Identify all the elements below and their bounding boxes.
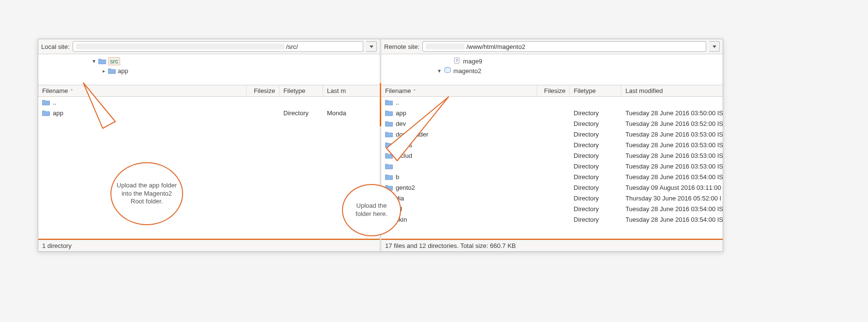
cell-filename: b bbox=[381, 173, 537, 181]
cell-filename: downloader bbox=[381, 131, 537, 138]
tree-item[interactable]: ▸app bbox=[38, 66, 380, 76]
remote-path-text: /www/html/magento2 bbox=[466, 43, 525, 50]
cell-lastmod: Tuesday 28 June 2016 03:53:00 IS bbox=[621, 131, 723, 138]
sort-ascending-icon: ⌃ bbox=[413, 89, 417, 93]
folder-icon bbox=[385, 131, 393, 138]
tree-item-label: mage9 bbox=[463, 58, 482, 65]
chevron-down-icon bbox=[370, 46, 373, 48]
cell-filename: app bbox=[381, 109, 537, 117]
folder-icon bbox=[42, 99, 50, 106]
table-row[interactable]: bDirectoryTuesday 28 June 2016 03:54:00 … bbox=[381, 171, 723, 182]
cell-filename: .. bbox=[38, 99, 247, 106]
local-path-input[interactable]: /src/ bbox=[73, 41, 363, 52]
ftp-window: Local site: /src/ ▼src▸app Filename ⌃ Fi… bbox=[38, 39, 723, 252]
blurred-path-segment bbox=[76, 44, 284, 49]
cell-lastmod: Tuesday 28 June 2016 03:53:00 IS bbox=[621, 152, 723, 159]
cell-lastmod: Tuesday 09 August 2016 03:11:00 bbox=[621, 184, 723, 191]
cell-filetype: Directory bbox=[570, 152, 621, 159]
cell-lastmod: Tuesday 28 June 2016 03:54:00 IS bbox=[621, 173, 723, 181]
table-row[interactable]: ellDirectoryTuesday 28 June 2016 03:54:0… bbox=[381, 203, 723, 214]
cell-filetype: Directory bbox=[570, 120, 621, 127]
folder-icon bbox=[385, 216, 393, 223]
col-filesize[interactable]: Filesize bbox=[247, 85, 279, 96]
tree-twisty-icon[interactable]: ▼ bbox=[437, 68, 442, 74]
remote-site-bar: Remote site: /www/html/magento2 bbox=[381, 39, 723, 54]
local-site-bar: Local site: /src/ bbox=[38, 39, 380, 54]
table-row[interactable]: skinDirectoryTuesday 28 June 2016 03:54:… bbox=[381, 214, 723, 225]
cell-filetype: Directory bbox=[570, 131, 621, 138]
cell-filename: dev bbox=[381, 120, 537, 127]
local-path-dropdown[interactable] bbox=[366, 41, 377, 52]
remote-file-list[interactable]: ..appDirectoryTuesday 28 June 2016 03:50… bbox=[381, 97, 723, 240]
table-row[interactable]: includDirectoryTuesday 28 June 2016 03:5… bbox=[381, 150, 723, 161]
table-row[interactable]: appDirectoryTuesday 28 June 2016 03:50:0… bbox=[381, 107, 723, 118]
cell-filename: .. bbox=[381, 99, 537, 106]
cell-filename: ell bbox=[381, 205, 537, 213]
unknown-icon bbox=[453, 57, 461, 65]
folder-icon bbox=[385, 152, 393, 159]
tree-twisty-icon[interactable]: ▼ bbox=[92, 59, 96, 64]
local-site-label: Local site: bbox=[41, 43, 70, 50]
cell-lastmod: Tuesday 28 June 2016 03:52:00 IS bbox=[621, 120, 723, 127]
folder-icon bbox=[385, 163, 393, 169]
blurred-path-segment bbox=[426, 44, 465, 49]
folder-icon bbox=[385, 120, 393, 127]
folder-icon bbox=[385, 99, 393, 106]
col-filename[interactable]: Filename ⌃ bbox=[38, 85, 247, 96]
cell-lastmod: Tuesday 28 June 2016 03:54:00 IS bbox=[621, 205, 723, 213]
folder-icon bbox=[385, 109, 393, 116]
tree-item[interactable]: ▸mage9 bbox=[381, 56, 723, 66]
cell-filetype: Directory bbox=[570, 141, 621, 149]
remote-directory-tree[interactable]: ▸mage9▼magento2 bbox=[381, 54, 723, 85]
table-row[interactable]: .. bbox=[38, 97, 380, 107]
local-status-bar: 1 directory bbox=[38, 240, 380, 251]
folder-icon bbox=[385, 173, 393, 180]
remote-pane: Remote site: /www/html/magento2 ▸mage9▼m… bbox=[381, 39, 723, 251]
folder-icon bbox=[98, 58, 106, 64]
selection-highlight-bar bbox=[38, 239, 380, 240]
cell-lastmod: Tuesday 28 June 2016 03:54:00 IS bbox=[621, 216, 723, 223]
cell-filetype: Directory bbox=[279, 109, 323, 117]
local-file-list[interactable]: ..appDirectoryMonda bbox=[38, 97, 380, 240]
cell-filetype: Directory bbox=[570, 173, 621, 181]
cell-lastmod: Monda bbox=[323, 109, 357, 117]
col-lastmod[interactable]: Last modified bbox=[621, 85, 723, 96]
cell-filename bbox=[381, 163, 537, 169]
col-lastmod[interactable]: Last m bbox=[323, 85, 357, 96]
cell-filename: includ bbox=[381, 152, 537, 159]
cell-filetype: Directory bbox=[570, 109, 621, 117]
tree-twisty-icon[interactable]: ▸ bbox=[101, 68, 106, 74]
table-row[interactable]: devDirectoryTuesday 28 June 2016 03:52:0… bbox=[381, 118, 723, 129]
local-pane: Local site: /src/ ▼src▸app Filename ⌃ Fi… bbox=[38, 39, 380, 251]
table-row[interactable]: appDirectoryMonda bbox=[38, 107, 380, 118]
cell-filename: gento2 bbox=[381, 184, 537, 191]
cell-filename: dia bbox=[381, 195, 537, 202]
remote-site-label: Remote site: bbox=[384, 43, 419, 50]
table-row[interactable]: .. bbox=[381, 97, 723, 107]
table-row[interactable]: downloaderDirectoryTuesday 28 June 2016 … bbox=[381, 129, 723, 139]
table-row[interactable]: errorsDirectoryTuesday 28 June 2016 03:5… bbox=[381, 139, 723, 150]
col-filetype[interactable]: Filetype bbox=[279, 85, 323, 96]
local-path-text: /src/ bbox=[286, 43, 298, 50]
tree-item[interactable]: ▼magento2 bbox=[381, 66, 723, 76]
tree-item[interactable]: ▼src bbox=[38, 56, 380, 66]
col-filename[interactable]: Filename ⌃ bbox=[381, 85, 537, 96]
chevron-down-icon bbox=[713, 46, 716, 48]
sort-ascending-icon: ⌃ bbox=[70, 89, 74, 93]
cell-lastmod: Tuesday 28 June 2016 03:53:00 IS bbox=[621, 163, 723, 170]
cell-filetype: Directory bbox=[570, 195, 621, 202]
cell-filetype: Directory bbox=[570, 205, 621, 213]
cell-filename: app bbox=[38, 109, 247, 117]
col-filetype[interactable]: Filetype bbox=[570, 85, 621, 96]
remote-path-input[interactable]: /www/html/magento2 bbox=[422, 41, 706, 52]
table-row[interactable]: DirectoryTuesday 28 June 2016 03:53:00 I… bbox=[381, 161, 723, 171]
folder-icon bbox=[385, 205, 393, 212]
cell-lastmod: Tuesday 28 June 2016 03:50:00 IS bbox=[621, 109, 723, 117]
col-filesize[interactable]: Filesize bbox=[537, 85, 570, 96]
cell-filetype: Directory bbox=[570, 184, 621, 191]
folder-icon bbox=[385, 141, 393, 148]
table-row[interactable]: gento2DirectoryTuesday 09 August 2016 03… bbox=[381, 182, 723, 193]
table-row[interactable]: diaDirectoryThursday 30 June 2016 05:52:… bbox=[381, 193, 723, 203]
local-directory-tree[interactable]: ▼src▸app bbox=[38, 54, 380, 85]
remote-path-dropdown[interactable] bbox=[709, 41, 720, 52]
